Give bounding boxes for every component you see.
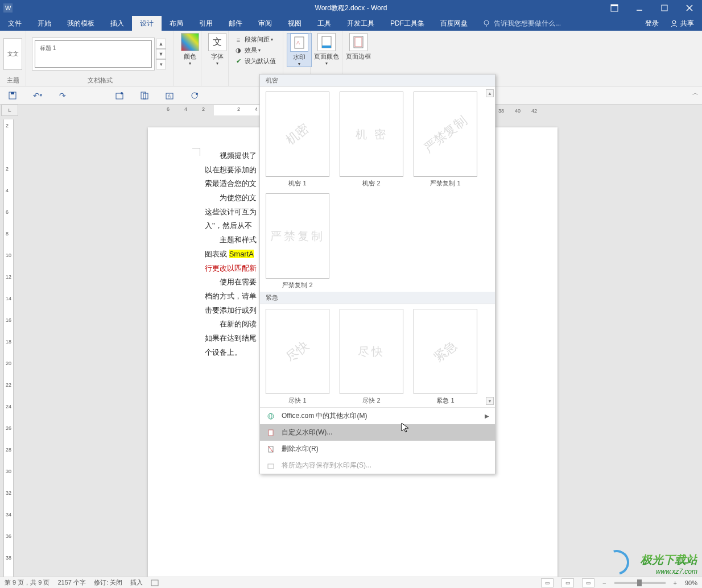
tab-home[interactable]: 开始 <box>30 16 59 31</box>
tab-layout[interactable]: 布局 <box>162 16 191 31</box>
spacing-icon: ≡ <box>234 36 242 44</box>
style-gallery-scroll[interactable]: ▲▼▾ <box>156 39 166 69</box>
save-selection-icon <box>266 461 276 470</box>
status-word-count[interactable]: 2157 个字 <box>57 578 86 587</box>
watermark-template[interactable]: 紧急紧急 1 <box>414 309 477 405</box>
status-page[interactable]: 第 9 页，共 9 页 <box>5 578 49 587</box>
highlighted-text: SmartA <box>229 250 254 258</box>
menu-custom-watermark[interactable]: 自定义水印(W)... <box>260 424 495 441</box>
page-borders-icon <box>349 33 367 51</box>
view-print-layout[interactable]: ▭ <box>561 578 574 587</box>
status-bar: 第 9 页，共 9 页 2157 个字 修订: 关闭 插入 ▭ ▭ ▭ − + … <box>0 577 702 588</box>
page-icon <box>266 428 276 437</box>
watermark-template[interactable]: 尽快尽快 1 <box>266 309 329 405</box>
signin-button[interactable]: 登录 <box>639 19 664 28</box>
svg-rect-5 <box>662 5 667 11</box>
share-button[interactable]: 共享 <box>664 19 700 28</box>
zoom-in-button[interactable]: + <box>674 579 677 586</box>
zoom-slider[interactable] <box>614 582 666 584</box>
tab-design[interactable]: 设计 <box>132 16 162 31</box>
watermark-template[interactable]: 严禁复制严禁复制 1 <box>414 92 477 188</box>
lightbulb-icon <box>482 19 490 27</box>
watermark-template[interactable]: 严禁复制严禁复制 2 <box>266 193 329 289</box>
ruler-corner[interactable]: L <box>1 105 18 116</box>
watermark-caption: 严禁复制 2 <box>282 279 312 289</box>
colors-button[interactable]: 颜色▾ <box>177 33 203 66</box>
watermark-caption: 机密 1 <box>288 177 306 188</box>
ribbon-display-options[interactable] <box>602 0 627 16</box>
watermark-icon: A <box>290 34 308 52</box>
tab-mailings[interactable]: 邮件 <box>221 16 250 31</box>
tab-baidu[interactable]: 百度网盘 <box>432 16 476 31</box>
collapse-ribbon-icon[interactable]: ︿ <box>692 89 699 97</box>
watermark-template[interactable]: 机 密机密 2 <box>340 92 403 188</box>
vertical-ruler[interactable]: 22468101214161820222426283032343638 <box>0 116 17 577</box>
undo-button[interactable]: ↶ ▾ <box>30 89 46 102</box>
tell-me-search[interactable]: 告诉我您想要做什么... <box>476 16 639 31</box>
svg-rect-33 <box>151 580 158 586</box>
minimize-button[interactable] <box>627 0 652 16</box>
wm-scroll-down[interactable]: ▼ <box>486 397 494 405</box>
paragraph-spacing-button[interactable]: ≡段落间距 ▾ <box>232 34 279 45</box>
zoom-out-button[interactable]: − <box>602 579 606 586</box>
redo-button[interactable]: ↷ <box>55 89 71 102</box>
zoom-level[interactable]: 90% <box>685 579 697 586</box>
themes-button[interactable]: 文文 <box>3 38 22 70</box>
style-set-gallery[interactable]: 标题 1 <box>32 38 155 71</box>
watermark-caption: 尽快 2 <box>362 394 380 405</box>
remove-icon <box>266 445 276 454</box>
status-track-changes[interactable]: 修订: 关闭 <box>94 578 122 587</box>
watermark-caption: 尽快 1 <box>288 394 306 405</box>
red-text: 行更改以匹配新 <box>205 264 257 272</box>
globe-icon <box>266 412 276 421</box>
chevron-right-icon: ▶ <box>485 413 489 419</box>
close-button[interactable] <box>677 0 702 16</box>
tab-developer[interactable]: 开发工具 <box>339 16 382 31</box>
watermark-template[interactable]: 尽快尽快 2 <box>340 309 403 405</box>
qat-btn-4[interactable] <box>187 89 203 102</box>
svg-text:W: W <box>5 5 11 11</box>
fonts-icon: 文 <box>208 33 226 51</box>
qat-btn-1[interactable] <box>112 89 127 102</box>
page-color-button[interactable]: 页面颜色▾ <box>314 33 339 66</box>
tab-insert[interactable]: 插入 <box>102 16 132 31</box>
tab-review[interactable]: 审阅 <box>250 16 280 31</box>
status-insert-mode[interactable]: 插入 <box>130 578 143 587</box>
tab-my-templates[interactable]: 我的模板 <box>59 16 102 31</box>
svg-point-26 <box>196 93 198 95</box>
ribbon-tabs: 文件 开始 我的模板 插入 设计 布局 引用 邮件 审阅 视图 工具 开发工具 … <box>0 16 702 31</box>
view-web-layout[interactable]: ▭ <box>582 578 594 587</box>
tab-pdf-tools[interactable]: PDF工具集 <box>382 16 432 31</box>
set-default-button[interactable]: ✔设为默认值 <box>232 56 279 67</box>
qat-btn-3[interactable]: ⎙ <box>162 89 177 102</box>
svg-point-20 <box>121 92 123 94</box>
svg-rect-32 <box>268 464 274 469</box>
tab-references[interactable]: 引用 <box>191 16 221 31</box>
svg-point-27 <box>268 413 274 419</box>
status-language-icon[interactable] <box>151 579 159 586</box>
effects-button[interactable]: ◑效果 ▾ <box>232 45 279 56</box>
save-button[interactable] <box>5 89 20 102</box>
margin-corner-mark <box>192 148 200 156</box>
person-icon <box>670 19 678 27</box>
app-icon: W <box>0 0 16 16</box>
menu-office-watermarks[interactable]: Office.com 中的其他水印(M) ▶ <box>260 408 495 424</box>
watermark-button[interactable]: A 水印▾ <box>287 33 312 67</box>
page-color-icon <box>317 33 336 51</box>
tab-tools[interactable]: 工具 <box>309 16 339 31</box>
page-borders-button[interactable]: 页面边框 <box>346 33 371 61</box>
qat-btn-2[interactable] <box>137 89 152 102</box>
watermark-section-confidential: 机密 <box>260 74 495 87</box>
tab-view[interactable]: 视图 <box>280 16 309 31</box>
maximize-button[interactable] <box>652 0 677 16</box>
menu-remove-watermark[interactable]: 删除水印(R) <box>260 441 495 457</box>
wm-scroll-up[interactable]: ▲ <box>486 89 494 97</box>
check-icon: ✔ <box>234 57 242 65</box>
watermark-template[interactable]: 机密机密 1 <box>266 92 329 188</box>
fonts-button[interactable]: 文 字体▾ <box>205 33 230 66</box>
view-read-mode[interactable]: ▭ <box>541 578 554 587</box>
svg-point-28 <box>270 413 272 419</box>
tab-file[interactable]: 文件 <box>0 16 30 31</box>
colors-icon <box>181 33 199 51</box>
svg-point-10 <box>672 20 676 24</box>
